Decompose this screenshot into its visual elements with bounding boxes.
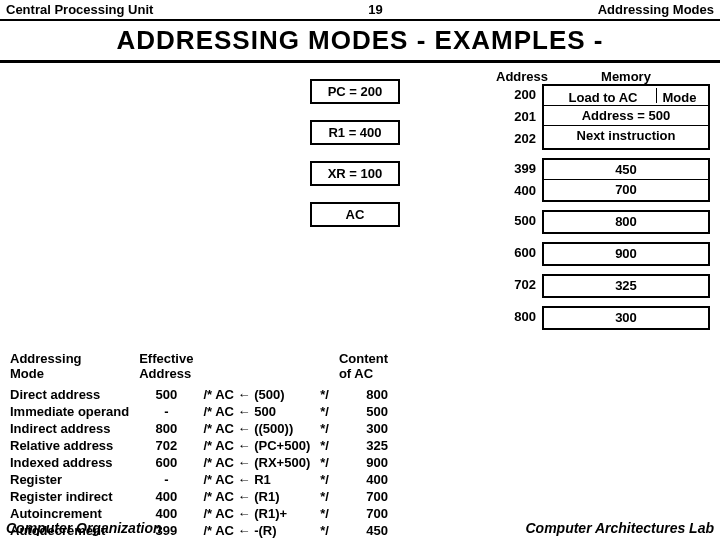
- memory-address: 800: [496, 306, 536, 328]
- memory-cell: 800: [544, 212, 708, 232]
- cell-eff: -: [139, 404, 201, 419]
- cell-mode: Relative address: [10, 438, 137, 453]
- cell-calc: /* AC ← R1: [203, 472, 318, 487]
- cell-end: */: [320, 506, 337, 521]
- cell-end: */: [320, 421, 337, 436]
- cell-mode: Autoincrement: [10, 506, 137, 521]
- cell-mode: Indirect address: [10, 421, 137, 436]
- cell-mode: Direct address: [10, 387, 137, 402]
- cell-end: */: [320, 404, 337, 419]
- cell-calc: /* AC ← (R1)+: [203, 506, 318, 521]
- cell-end: */: [320, 455, 337, 470]
- pc-register: PC = 200: [310, 79, 400, 104]
- table-row: Autoincrement400/* AC ← (R1)+*/700: [10, 506, 396, 521]
- memory-address: 400: [496, 180, 536, 202]
- cell-eff: 400: [139, 506, 201, 521]
- divider: [0, 60, 720, 63]
- header-right: Addressing Modes: [598, 2, 714, 17]
- cell-content: 900: [339, 455, 396, 470]
- cell-calc: /* AC ← (RX+500): [203, 455, 318, 470]
- cell-content: 325: [339, 438, 396, 453]
- slide-header: Central Processing Unit 19 Addressing Mo…: [0, 0, 720, 17]
- table-row: Register-/* AC ← R1*/400: [10, 472, 396, 487]
- memory-address: 200: [496, 84, 536, 106]
- memory-header: Memory: [542, 69, 710, 84]
- memory-diagram: Address Memory 200201202Load to ACModeAd…: [496, 69, 710, 330]
- memory-cell: Load to ACMode: [544, 86, 708, 106]
- table-row: Direct address500/* AC ← (500)*/800: [10, 387, 396, 402]
- memory-address: 202: [496, 128, 536, 150]
- address-header: Address: [496, 69, 536, 84]
- memory-address: 399: [496, 158, 536, 180]
- memory-cell: Next instruction: [544, 126, 708, 146]
- r1-register: R1 = 400: [310, 120, 400, 145]
- cell-content: 300: [339, 421, 396, 436]
- page-number: 19: [368, 2, 382, 17]
- col-content: Content of AC: [339, 351, 396, 385]
- footer-left: Computer Organization: [6, 520, 162, 536]
- cell-mode: Indexed address: [10, 455, 137, 470]
- memory-address: 702: [496, 274, 536, 296]
- cell-calc: /* AC ← (R1): [203, 489, 318, 504]
- memory-cell: 325: [544, 276, 708, 296]
- memory-address: 600: [496, 242, 536, 264]
- cell-content: 400: [339, 472, 396, 487]
- cell-content: 700: [339, 506, 396, 521]
- memory-address: 201: [496, 106, 536, 128]
- col-effective: Effective Address: [139, 351, 201, 385]
- memory-address: 500: [496, 210, 536, 232]
- cell-eff: 702: [139, 438, 201, 453]
- cell-eff: 800: [139, 421, 201, 436]
- table-row: Indexed address600/* AC ← (RX+500)*/900: [10, 455, 396, 470]
- cell-eff: 600: [139, 455, 201, 470]
- cell-end: */: [320, 438, 337, 453]
- cell-mode: Immediate operand: [10, 404, 137, 419]
- ac-register: AC: [310, 202, 400, 227]
- divider: [0, 19, 720, 21]
- xr-register: XR = 100: [310, 161, 400, 186]
- cell-eff: 400: [139, 489, 201, 504]
- table-row: Relative address702/* AC ← (PC+500)*/325: [10, 438, 396, 453]
- table-row: Register indirect400/* AC ← (R1)*/700: [10, 489, 396, 504]
- cell-content: 500: [339, 404, 396, 419]
- col-mode: Addressing Mode: [10, 351, 137, 385]
- footer-right: Computer Architectures Lab: [525, 520, 714, 536]
- cell-eff: 500: [139, 387, 201, 402]
- header-left: Central Processing Unit: [6, 2, 153, 17]
- cell-calc: /* AC ← (500): [203, 387, 318, 402]
- addressing-modes-table: Addressing Mode Effective Address Conten…: [8, 349, 398, 540]
- memory-cell: 300: [544, 308, 708, 328]
- cell-content: 700: [339, 489, 396, 504]
- memory-cell: Address = 500: [544, 106, 708, 126]
- cell-mode: Register: [10, 472, 137, 487]
- memory-cell: 900: [544, 244, 708, 264]
- cell-content: 800: [339, 387, 396, 402]
- cell-end: */: [320, 387, 337, 402]
- slide-body: PC = 200 R1 = 400 XR = 100 AC Address Me…: [0, 69, 720, 499]
- cell-end: */: [320, 472, 337, 487]
- cell-calc: /* AC ← (PC+500): [203, 438, 318, 453]
- cell-mode: Register indirect: [10, 489, 137, 504]
- cell-end: */: [320, 489, 337, 504]
- cell-eff: -: [139, 472, 201, 487]
- memory-cell: 450: [544, 160, 708, 180]
- table-row: Indirect address800/* AC ← ((500))*/300: [10, 421, 396, 436]
- slide-title: ADDRESSING MODES - EXAMPLES -: [0, 25, 720, 56]
- cell-calc: /* AC ← 500: [203, 404, 318, 419]
- slide-footer: Computer Organization Computer Architect…: [6, 520, 714, 536]
- table-row: Immediate operand-/* AC ← 500*/500: [10, 404, 396, 419]
- memory-cell: 700: [544, 180, 708, 200]
- register-column: PC = 200 R1 = 400 XR = 100 AC: [310, 79, 400, 243]
- cell-calc: /* AC ← ((500)): [203, 421, 318, 436]
